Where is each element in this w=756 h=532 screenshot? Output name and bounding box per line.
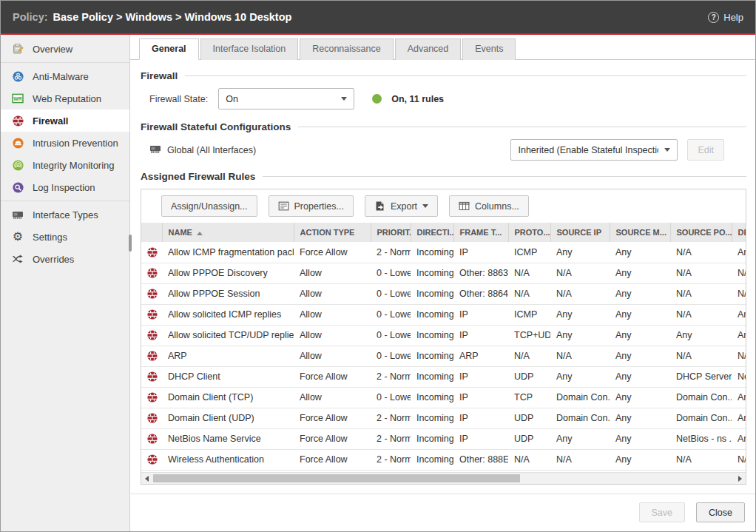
cell-action-type: Force Allow xyxy=(294,366,371,387)
cell-action-type: Force Allow xyxy=(294,408,371,428)
cell-source-mac: Any xyxy=(610,387,670,408)
col-source-port[interactable]: SOURCE PO... xyxy=(670,223,732,242)
table-row[interactable]: Wireless AuthenticationForce Allow2 - No… xyxy=(141,449,746,470)
col-name[interactable]: NAME xyxy=(162,223,294,242)
cell-name: Wireless Authentication xyxy=(162,449,294,470)
firewall-state-select[interactable]: On xyxy=(218,88,354,110)
table-row[interactable]: Domain Client (UDP)Force Allow2 - Normal… xyxy=(141,408,746,428)
cell-source-mac: Any xyxy=(610,263,670,283)
table-row[interactable]: Allow ICMP fragmentation pack...Force Al… xyxy=(141,242,746,263)
cell-destination: Any xyxy=(732,428,746,449)
cell-destination: N/A xyxy=(732,449,746,470)
col-destination[interactable]: DE xyxy=(732,223,746,242)
cell-source-ip: N/A xyxy=(550,263,610,283)
firewall-rule-icon xyxy=(147,392,158,403)
tab-interface-isolation[interactable]: Interface Isolation xyxy=(200,38,299,60)
sidebar-item-interface-types[interactable]: Interface Types xyxy=(1,203,129,226)
sidebar-item-integrity-monitoring[interactable]: Integrity Monitoring xyxy=(1,154,129,176)
table-row[interactable]: DHCP ClientForce Allow2 - NormalIncoming… xyxy=(141,366,746,387)
export-button[interactable]: Export xyxy=(365,195,438,217)
cell-source-port: N/A xyxy=(670,242,732,263)
cell-protocol: TCP xyxy=(508,387,550,408)
col-direction[interactable]: DIRECTI... xyxy=(411,223,453,242)
cell-action-type: Allow xyxy=(294,387,371,408)
cell-source-port: N/A xyxy=(670,263,732,283)
sidebar-item-firewall[interactable]: Firewall xyxy=(1,110,129,132)
tab-reconnaissance[interactable]: Reconnaissance xyxy=(300,38,393,60)
table-row[interactable]: NetBios Name ServiceForce Allow2 - Norma… xyxy=(141,428,746,449)
sidebar-resize-handle[interactable] xyxy=(129,235,132,252)
cell-source-ip: N/A xyxy=(550,449,610,470)
cell-name: Allow PPPOE Session xyxy=(162,283,294,304)
edit-button[interactable]: Edit xyxy=(687,139,724,161)
help-button[interactable]: ? Help xyxy=(708,12,743,23)
sidebar-item-label: Interface Types xyxy=(33,209,98,220)
tab-advanced[interactable]: Advanced xyxy=(395,38,462,60)
sidebar-item-anti-malware[interactable]: Anti-Malware xyxy=(1,65,129,87)
cell-priority: 2 - Normal xyxy=(371,242,411,263)
firewall-state-label: Firewall State: xyxy=(149,94,208,104)
table-row[interactable]: Allow PPPOE SessionAllow0 - LowestIncomi… xyxy=(141,283,746,304)
columns-button[interactable]: Columns... xyxy=(449,195,529,217)
cell-destination: N/A xyxy=(732,283,746,304)
cell-direction: Incoming xyxy=(411,387,453,408)
sidebar-item-label: Web Reputation xyxy=(33,93,101,104)
scroll-right-button[interactable] xyxy=(735,473,746,484)
table-row[interactable]: Allow solicited ICMP repliesAllow0 - Low… xyxy=(141,304,746,325)
rules-table-wrap: NAME ACTION TYPE PRIORIT... DIRECTI... F… xyxy=(141,223,746,471)
sidebar-item-settings[interactable]: ⚙ Settings xyxy=(1,226,129,248)
cell-source-mac: Any xyxy=(610,346,670,366)
scope-label: Global (All Interfaces) xyxy=(167,145,256,155)
sidebar-item-overview[interactable]: Overview xyxy=(1,38,129,60)
col-source-ip[interactable]: SOURCE IP xyxy=(550,223,610,242)
cell-frame-type: Other: 888E xyxy=(453,449,508,470)
cell-destination: N/A xyxy=(732,346,746,366)
table-row[interactable]: Domain Client (TCP)Allow0 - LowestIncomi… xyxy=(141,387,746,408)
properties-button[interactable]: Properties... xyxy=(269,195,354,217)
cell-name: Allow ICMP fragmentation pack... xyxy=(162,242,294,263)
scrollbar-thumb[interactable] xyxy=(153,474,520,482)
table-row[interactable]: Allow solicited TCP/UDP repliesAllow0 - … xyxy=(141,325,746,346)
scroll-left-button[interactable] xyxy=(141,473,152,484)
assign-unassign-button[interactable]: Assign/Unassign... xyxy=(161,195,257,217)
scrollbar-track[interactable] xyxy=(152,473,735,484)
sidebar-item-web-reputation[interactable]: Web Reputation xyxy=(1,87,129,110)
save-button[interactable]: Save xyxy=(639,502,686,522)
breadcrumb: Base Policy > Windows > Windows 10 Deskt… xyxy=(53,11,292,23)
horizontal-scrollbar[interactable] xyxy=(141,472,746,484)
section-title: Assigned Firewall Rules xyxy=(141,171,255,182)
sidebar-item-overrides[interactable]: Overrides xyxy=(1,248,129,270)
rules-table: NAME ACTION TYPE PRIORIT... DIRECTI... F… xyxy=(141,223,746,471)
sidebar-item-log-inspection[interactable]: Log Inspection xyxy=(1,176,129,198)
stateful-config-select[interactable]: Inherited (Enable Stateful Inspection) xyxy=(510,139,678,161)
firewall-rule-icon xyxy=(147,434,158,444)
section-rule xyxy=(185,75,746,76)
col-frame-type[interactable]: FRAME T... xyxy=(453,223,508,242)
cell-direction: Incoming xyxy=(411,449,453,470)
overrides-shuffle-icon xyxy=(11,253,24,265)
cell-action-type: Allow xyxy=(294,346,371,366)
export-icon xyxy=(374,201,385,212)
selected-value: On xyxy=(226,94,238,104)
tab-events[interactable]: Events xyxy=(462,38,516,60)
chevron-down-icon xyxy=(664,148,670,152)
col-source-mac[interactable]: SOURCE M... xyxy=(610,223,670,242)
stateful-section-heading: Firewall Stateful Configurations xyxy=(141,121,746,132)
cell-priority: 2 - Normal xyxy=(371,366,411,387)
tab-general[interactable]: General xyxy=(139,38,199,60)
cell-source-mac: Any xyxy=(610,304,670,325)
table-row[interactable]: ARPAllow0 - LowestIncomingARPN/AN/AAnyN/… xyxy=(141,346,746,366)
col-protocol[interactable]: PROTO... xyxy=(508,223,550,242)
sort-ascending-icon xyxy=(197,232,203,235)
chevron-down-icon xyxy=(422,204,428,208)
cell-frame-type: ARP xyxy=(453,346,508,366)
table-row[interactable]: Allow PPPOE DiscoveryAllow0 - LowestInco… xyxy=(141,263,746,283)
col-priority[interactable]: PRIORIT... xyxy=(371,223,411,242)
col-action-type[interactable]: ACTION TYPE xyxy=(294,223,371,242)
sidebar-item-intrusion-prevention[interactable]: Intrusion Prevention xyxy=(1,132,129,154)
cell-source-port: Any xyxy=(670,325,732,346)
close-button[interactable]: Close xyxy=(696,502,745,522)
network-interface-icon xyxy=(149,143,161,157)
cell-source-ip: N/A xyxy=(550,283,610,304)
cell-source-port: N/A xyxy=(670,346,732,366)
